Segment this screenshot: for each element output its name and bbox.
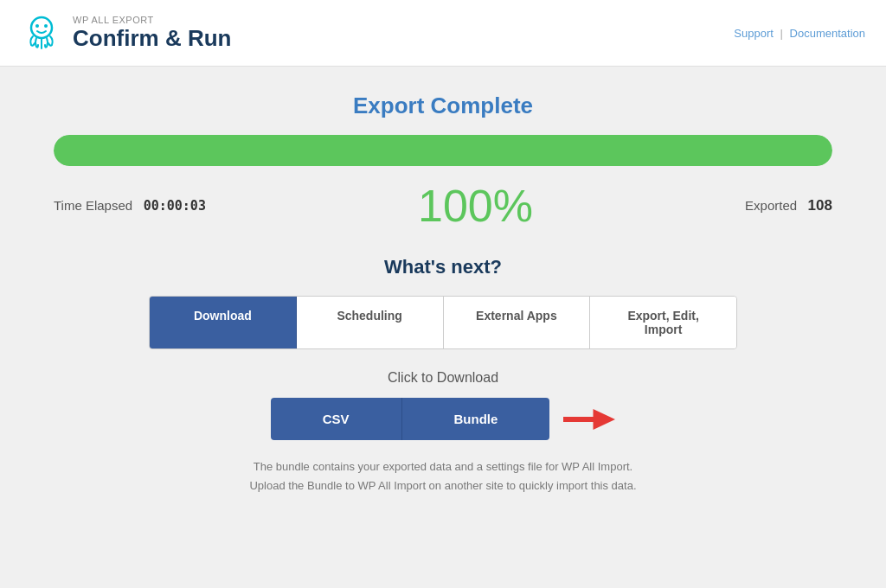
tab-export-edit-import[interactable]: Export, Edit, Import [590,297,736,348]
svg-point-0 [31,17,52,38]
documentation-link[interactable]: Documentation [790,27,865,40]
info-text: The bundle contains your exported data a… [249,457,636,495]
logo-icon [21,12,62,54]
exported-number: 108 [808,197,832,214]
download-buttons-row: CSV Bundle [271,398,616,440]
tabs-container: Download Scheduling External Apps Export… [149,296,737,349]
header-left: WP ALL EXPORT Confirm & Run [21,12,231,54]
tab-download[interactable]: Download [150,297,297,348]
main-content: Export Complete Time Elapsed 00:00:03 10… [0,67,886,588]
click-to-download-label: Click to Download [388,370,498,386]
support-link[interactable]: Support [734,27,774,40]
tab-scheduling[interactable]: Scheduling [297,297,444,348]
red-arrow-icon [563,406,615,432]
progress-bar-container [54,135,832,166]
whats-next-title: What's next? [384,256,502,278]
time-elapsed-label: Time Elapsed [54,198,132,213]
tab-external-apps[interactable]: External Apps [444,297,591,348]
svg-point-1 [35,24,39,28]
header: WP ALL EXPORT Confirm & Run Support | Do… [0,0,886,67]
csv-button[interactable]: CSV [271,398,402,440]
percentage-display: 100% [418,180,533,232]
stats-row: Time Elapsed 00:00:03 100% Exported 108 [54,180,832,232]
header-links: Support | Documentation [734,27,865,40]
link-separator: | [780,27,783,40]
arrow-indicator [563,406,615,432]
header-text: WP ALL EXPORT Confirm & Run [73,15,231,52]
svg-point-2 [44,24,48,28]
time-elapsed: Time Elapsed 00:00:03 [54,198,206,214]
time-elapsed-value: 00:00:03 [144,198,206,214]
bundle-button[interactable]: Bundle [402,398,550,440]
header-subtitle: WP ALL EXPORT [73,15,231,25]
svg-marker-3 [563,409,615,430]
exported-label: Exported [745,198,797,213]
export-complete-title: Export Complete [353,93,533,119]
progress-bar-fill [54,135,832,166]
header-title: Confirm & Run [73,25,231,52]
exported-count: Exported 108 [745,197,832,214]
